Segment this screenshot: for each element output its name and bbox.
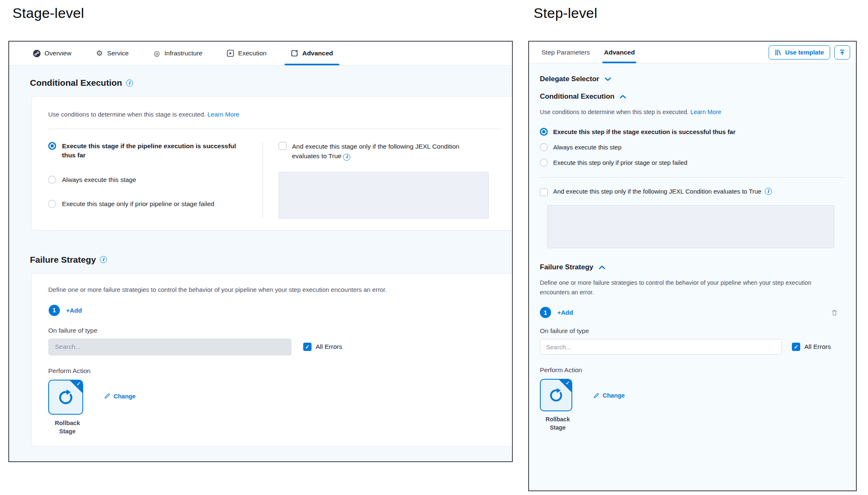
info-icon[interactable]	[343, 154, 350, 161]
info-icon[interactable]	[100, 256, 107, 263]
learn-more-link[interactable]: Learn More	[690, 109, 721, 115]
conditional-execution-card: Use conditions to determine when this st…	[31, 96, 512, 231]
gear-icon	[96, 50, 104, 57]
radio-selected-icon[interactable]	[48, 142, 56, 150]
all-errors-checkbox[interactable]	[792, 343, 800, 351]
radio-option-always[interactable]: Always execute this step	[540, 143, 843, 151]
chevron-down-icon	[605, 77, 611, 81]
tab-label: Overview	[45, 50, 72, 57]
description-text: Use conditions to determine when this st…	[48, 111, 206, 118]
strategy-list-row: 1 +Add	[49, 305, 512, 316]
jexl-checkbox[interactable]	[540, 188, 548, 196]
all-errors-checkbox[interactable]	[303, 343, 312, 351]
radio-option-failed[interactable]: Execute this stage only if prior pipelin…	[48, 199, 262, 209]
jexl-checkbox-label: And execute this step only if the follow…	[553, 188, 772, 195]
pencil-icon	[593, 393, 599, 399]
use-template-button[interactable]: Use template	[769, 45, 830, 60]
info-icon[interactable]	[126, 80, 133, 87]
radio-label: Always execute this stage	[62, 175, 136, 184]
radio-selected-icon[interactable]	[540, 128, 548, 136]
strategy-count-badge[interactable]: 1	[49, 305, 60, 316]
step-condition-radio-group: Execute this step if the stage execution…	[540, 127, 843, 167]
action-tile-wrap: Rollback Stage	[540, 379, 576, 432]
radio-unselected-icon[interactable]	[540, 143, 548, 151]
failure-type-search-input[interactable]	[48, 338, 292, 356]
failure-strategy-heading: Failure Strategy	[30, 255, 512, 265]
divider	[540, 177, 843, 178]
tab-advanced[interactable]: Advanced	[604, 42, 635, 63]
jexl-label-text: And execute this step only if the follow…	[553, 188, 762, 195]
radio-unselected-icon[interactable]	[48, 176, 56, 184]
on-failure-label: On failure of type	[540, 327, 843, 335]
failure-strategy-description: Define one or more failure strategies to…	[48, 286, 512, 293]
strategy-count-badge[interactable]: 1	[540, 307, 551, 318]
radio-option-success[interactable]: Execute this stage if the pipeline execu…	[48, 142, 262, 160]
step-tabbar: Step Parameters Advanced Use template	[529, 42, 856, 63]
jexl-checkbox[interactable]	[279, 142, 287, 150]
failure-type-row: All Errors	[540, 339, 843, 355]
tab-execution[interactable]: Execution	[215, 42, 279, 65]
failure-strategy-card: Define one or more failure strategies to…	[31, 273, 512, 447]
tab-label: Advanced	[302, 50, 333, 57]
radio-label: Execute this step only if prior stage or…	[553, 159, 687, 166]
learn-more-link[interactable]: Learn More	[208, 111, 240, 118]
perform-action-row: Rollback Stage Change	[540, 379, 843, 432]
rollback-stage-tile[interactable]	[540, 379, 572, 411]
heading-text: Failure Strategy	[540, 263, 594, 271]
delete-strategy-icon[interactable]	[831, 309, 838, 316]
delegate-selector-header[interactable]: Delegate Selector	[540, 75, 843, 83]
tab-advanced[interactable]: Advanced	[279, 42, 345, 65]
conditional-execution-heading: Conditional Execution	[30, 78, 512, 88]
conditional-columns: Execute this stage if the pipeline execu…	[48, 142, 512, 219]
divider	[48, 129, 500, 129]
tab-overview[interactable]: Overview	[21, 42, 84, 65]
jexl-condition-textarea[interactable]	[547, 205, 834, 248]
tab-step-parameters[interactable]: Step Parameters	[542, 42, 590, 63]
tab-service[interactable]: Service	[84, 42, 141, 65]
radio-label: Always execute this step	[553, 144, 621, 151]
change-action-link[interactable]: Change	[104, 393, 136, 400]
pencil-icon	[104, 393, 110, 399]
rollback-stage-tile[interactable]	[48, 380, 83, 415]
jexl-checkbox-row[interactable]: And execute this stage only if the follo…	[279, 142, 512, 161]
conditional-description: Use conditions to determine when this st…	[540, 107, 835, 117]
action-name: Rollback Stage	[48, 419, 87, 436]
change-label: Change	[114, 393, 136, 400]
add-strategy-button[interactable]: +Add	[66, 307, 82, 314]
stage-tabbar: Overview Service Infrastructure Executio…	[9, 42, 512, 65]
save-as-template-button[interactable]	[834, 45, 850, 60]
radio-option-success[interactable]: Execute this step if the stage execution…	[540, 127, 843, 136]
add-strategy-button[interactable]: +Add	[557, 309, 573, 316]
all-errors-option[interactable]: All Errors	[792, 343, 831, 351]
advanced-icon	[291, 50, 299, 57]
strategy-list-row: 1 +Add	[540, 307, 843, 318]
jexl-condition-column: And execute this stage only if the follo…	[263, 142, 512, 219]
step-advanced-panel: Step Parameters Advanced Use template De…	[528, 41, 857, 491]
heading-text: Failure Strategy	[30, 255, 96, 265]
jexl-condition-textarea[interactable]	[279, 172, 489, 219]
change-action-link[interactable]: Change	[593, 392, 625, 399]
jexl-label-text: And execute this stage only if the follo…	[292, 143, 460, 159]
template-library-icon	[775, 49, 781, 56]
use-template-label: Use template	[785, 49, 824, 56]
failure-type-search-input[interactable]	[540, 339, 782, 355]
failure-strategy-header[interactable]: Failure Strategy	[540, 263, 843, 271]
stage-level-title: Stage-level	[12, 5, 84, 21]
tab-label: Service	[107, 50, 129, 57]
radio-option-always[interactable]: Always execute this stage	[48, 175, 262, 184]
tab-label: Infrastructure	[164, 50, 202, 57]
tab-infrastructure[interactable]: Infrastructure	[141, 42, 214, 65]
radio-unselected-icon[interactable]	[48, 200, 56, 208]
action-name: Rollback Stage	[540, 415, 576, 432]
radio-unselected-icon[interactable]	[540, 159, 548, 167]
jexl-checkbox-row[interactable]: And execute this step only if the follow…	[540, 188, 843, 196]
stage-condition-radio-group: Execute this stage if the pipeline execu…	[48, 142, 262, 219]
conditional-execution-header[interactable]: Conditional Execution	[540, 92, 843, 101]
description-text: Use conditions to determine when this st…	[540, 109, 689, 115]
heading-text: Delegate Selector	[540, 75, 599, 83]
radio-option-failed[interactable]: Execute this step only if prior stage or…	[540, 158, 843, 167]
all-errors-option[interactable]: All Errors	[303, 343, 342, 351]
info-icon[interactable]	[765, 188, 772, 195]
perform-action-label: Perform Action	[540, 366, 843, 374]
on-failure-label: On failure of type	[48, 327, 512, 334]
